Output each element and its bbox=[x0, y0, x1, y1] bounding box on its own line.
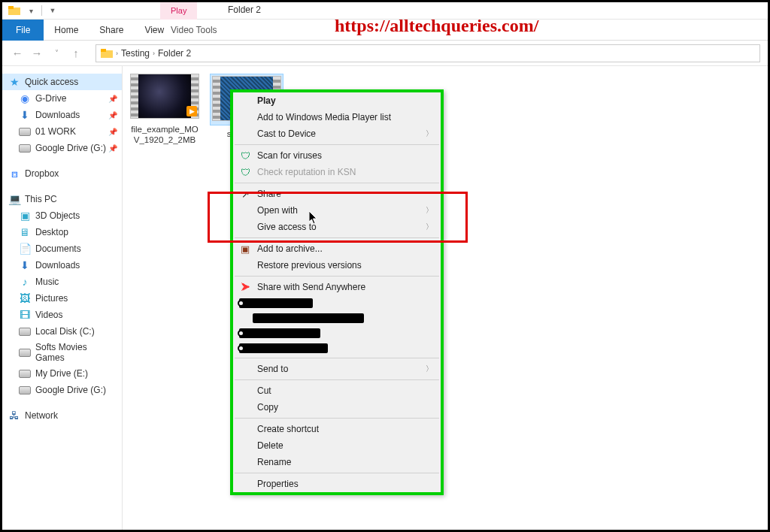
ctx-send-anywhere[interactable]: ⮞Share with Send Anywhere bbox=[233, 279, 441, 295]
qat-chevron-down-icon[interactable]: ▾ bbox=[25, 5, 37, 17]
file-name: file_example_MOV_1920_2_2MB bbox=[130, 124, 199, 146]
ctx-check-ksn[interactable]: 🛡Check reputation in KSN bbox=[233, 164, 441, 180]
desktop-icon: 🖥 bbox=[19, 226, 31, 238]
folder-icon bbox=[101, 47, 113, 59]
send-anywhere-icon: ⮞ bbox=[239, 282, 251, 293]
ctx-scan-viruses[interactable]: 🛡Scan for viruses bbox=[233, 147, 441, 164]
ctx-separator bbox=[235, 379, 439, 380]
ctx-share[interactable]: ↗Share bbox=[233, 186, 441, 202]
sidebar-item-g-drive[interactable]: ◉ G-Drive 📌 bbox=[2, 90, 122, 107]
sidebar-item-videos[interactable]: 🎞Videos bbox=[2, 307, 122, 323]
sidebar-item-documents[interactable]: 📄Documents bbox=[2, 240, 122, 257]
home-tab[interactable]: Home bbox=[44, 20, 89, 41]
sidebar-item-label: Videos bbox=[35, 310, 62, 320]
ctx-redacted-2[interactable] bbox=[233, 310, 441, 325]
dropbox-label: Dropbox bbox=[25, 168, 59, 179]
sidebar-item-desktop[interactable]: 🖥Desktop bbox=[2, 224, 122, 240]
sidebar-item-01work[interactable]: 01 WORK 📌 bbox=[2, 123, 122, 140]
pictures-icon: 🖼 bbox=[19, 292, 31, 304]
share-tab[interactable]: Share bbox=[89, 20, 134, 41]
breadcrumb-folder2[interactable]: Folder 2 bbox=[158, 48, 191, 59]
hard-drive-icon bbox=[19, 142, 31, 154]
folder-icon bbox=[8, 5, 20, 17]
ctx-cut[interactable]: Cut bbox=[233, 382, 441, 399]
dropbox-group[interactable]: ⧈ Dropbox bbox=[2, 165, 122, 182]
sidebar-item-google-drive-g[interactable]: Google Drive (G:) bbox=[2, 382, 122, 398]
ctx-rename[interactable]: Rename bbox=[233, 454, 441, 470]
video-tools-tab[interactable]: Video Tools bbox=[160, 20, 228, 41]
contextual-tab-group: Play bbox=[160, 2, 197, 20]
ctx-separator bbox=[235, 358, 439, 358]
sidebar-item-label: Downloads bbox=[35, 260, 80, 271]
hard-drive-icon bbox=[19, 346, 31, 358]
ctx-redacted-4[interactable] bbox=[233, 340, 441, 355]
chevron-right-icon[interactable]: › bbox=[116, 50, 118, 57]
sidebar-item-label: Downloads bbox=[35, 110, 80, 120]
ctx-play[interactable]: Play bbox=[233, 92, 441, 109]
sidebar-item-label: 01 WORK bbox=[35, 126, 76, 137]
sidebar-item-my-drive-e[interactable]: My Drive (E:) bbox=[2, 365, 122, 382]
ctx-add-to-archive[interactable]: ▣Add to archive... bbox=[233, 240, 441, 257]
up-button[interactable]: ↑ bbox=[68, 46, 83, 61]
quick-access-group[interactable]: ★ Quick access bbox=[2, 74, 122, 90]
breadcrumb-testing[interactable]: Testing bbox=[121, 48, 150, 59]
pin-icon: 📌 bbox=[108, 111, 117, 119]
hard-drive-icon bbox=[19, 367, 31, 379]
pin-icon: 📌 bbox=[108, 144, 117, 153]
submenu-arrow-icon: 〉 bbox=[426, 222, 433, 232]
sidebar-item-softs-movies[interactable]: Softs Movies Games bbox=[2, 340, 122, 365]
sidebar-item-music[interactable]: ♪Music bbox=[2, 274, 122, 290]
download-icon: ⬇ bbox=[19, 109, 31, 121]
ctx-send-to[interactable]: Send to〉 bbox=[233, 361, 441, 377]
documents-icon: 📄 bbox=[19, 243, 31, 255]
ctx-properties[interactable]: Properties bbox=[233, 476, 441, 492]
nav-bar: ← → ˅ ↑ › Testing › Folder 2 bbox=[2, 41, 768, 66]
download-icon: ⬇ bbox=[19, 259, 31, 271]
chevron-right-icon[interactable]: › bbox=[153, 50, 155, 57]
forward-button[interactable]: → bbox=[29, 46, 44, 61]
sidebar-item-3d-objects[interactable]: ▣3D Objects bbox=[2, 207, 122, 224]
sidebar-item-downloads-pc[interactable]: ⬇Downloads bbox=[2, 257, 122, 274]
qat-overflow-icon[interactable]: ▼ bbox=[47, 5, 59, 17]
network-icon: 🖧 bbox=[8, 410, 20, 422]
sidebar-item-pictures[interactable]: 🖼Pictures bbox=[2, 290, 122, 307]
file-tile-1[interactable]: ▶ file_example_MOV_1920_2_2MB bbox=[130, 74, 199, 146]
share-icon: ↗ bbox=[239, 189, 251, 200]
ctx-copy[interactable]: Copy bbox=[233, 399, 441, 416]
this-pc-group[interactable]: 💻 This PC bbox=[2, 191, 122, 207]
sidebar-item-label: Local Disk (C:) bbox=[35, 326, 95, 337]
network-group[interactable]: 🖧 Network bbox=[2, 407, 122, 424]
ctx-cast-to-device[interactable]: Cast to Device〉 bbox=[233, 125, 441, 142]
sidebar-item-label: Desktop bbox=[35, 227, 68, 237]
pin-icon: 📌 bbox=[108, 128, 117, 136]
music-icon: ♪ bbox=[19, 276, 31, 288]
file-list[interactable]: ▶ file_example_MOV_1920_2_2MB ✓ sam0_su bbox=[123, 66, 768, 530]
recent-locations-icon[interactable]: ˅ bbox=[49, 46, 64, 61]
archive-icon: ▣ bbox=[239, 243, 251, 255]
ctx-separator bbox=[235, 418, 439, 419]
cursor-icon bbox=[309, 211, 320, 225]
ctx-delete[interactable]: Delete bbox=[233, 437, 441, 454]
sidebar-item-downloads[interactable]: ⬇ Downloads 📌 bbox=[2, 107, 122, 123]
sidebar-item-google-drive[interactable]: Google Drive (G:) 📌 bbox=[2, 140, 122, 156]
annotation-url: https://alltechqueries.com/ bbox=[335, 16, 538, 36]
sidebar-item-local-disk-c[interactable]: Local Disk (C:) bbox=[2, 323, 122, 340]
ctx-open-with[interactable]: Open with〉 bbox=[233, 202, 441, 219]
back-button[interactable]: ← bbox=[10, 46, 25, 61]
sidebar-item-label: My Drive (E:) bbox=[35, 368, 88, 379]
ctx-create-shortcut[interactable]: Create shortcut bbox=[233, 421, 441, 437]
address-bar[interactable]: › Testing › Folder 2 bbox=[95, 44, 760, 62]
ctx-give-access-to[interactable]: Give access to〉 bbox=[233, 219, 441, 235]
videos-icon: 🎞 bbox=[19, 309, 31, 321]
ctx-restore-versions[interactable]: Restore previous versions bbox=[233, 257, 441, 274]
ctx-redacted-3[interactable] bbox=[233, 325, 441, 340]
ctx-separator bbox=[235, 276, 439, 277]
shield-icon: 🛡 bbox=[239, 150, 251, 162]
ctx-add-wmp[interactable]: Add to Windows Media Player list bbox=[233, 109, 441, 125]
nav-pane: ★ Quick access ◉ G-Drive 📌 ⬇ Downloads 📌… bbox=[2, 66, 123, 530]
ctx-redacted-1[interactable] bbox=[233, 295, 441, 310]
file-tab[interactable]: File bbox=[2, 20, 44, 41]
ctx-separator bbox=[235, 473, 439, 473]
hard-drive-icon bbox=[19, 125, 31, 138]
context-menu: Play Add to Windows Media Player list Ca… bbox=[230, 89, 444, 495]
